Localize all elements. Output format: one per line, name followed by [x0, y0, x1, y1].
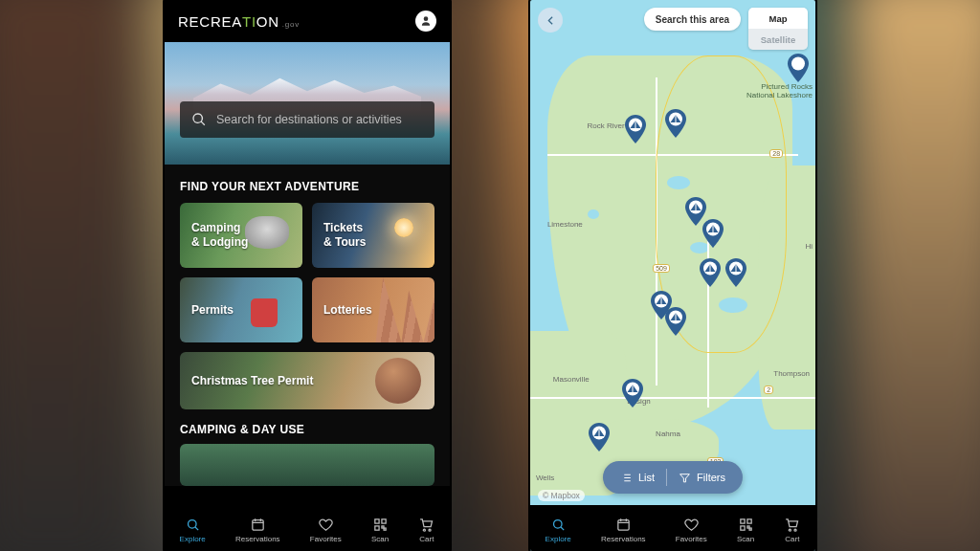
phone-map: Rock River Limestone Masonville Ensign N… — [530, 0, 815, 551]
account-button[interactable] — [415, 11, 436, 32]
card-label: Lotteries — [323, 303, 372, 318]
nav-explore[interactable]: Explore — [546, 517, 571, 543]
calendar-icon — [250, 517, 266, 533]
svg-rect-6 — [374, 519, 378, 523]
nav-label: Reservations — [235, 535, 280, 543]
svg-rect-30 — [749, 528, 751, 530]
chevron-left-icon — [545, 14, 557, 27]
cart-icon — [784, 517, 800, 533]
map-label: Rock River — [588, 121, 625, 130]
nav-explore[interactable]: Explore — [180, 517, 206, 543]
map-label: Nahma — [656, 430, 680, 438]
nav-label: Scan — [371, 535, 389, 543]
map-pin[interactable] — [624, 115, 647, 143]
svg-point-31 — [790, 529, 791, 531]
svg-point-32 — [794, 529, 796, 531]
map-pin[interactable] — [702, 219, 724, 248]
svg-point-0 — [188, 520, 196, 529]
card-christmas-tree[interactable]: Christmas Tree Permit — [180, 352, 434, 409]
svg-line-21 — [561, 527, 564, 530]
search-icon — [191, 112, 207, 127]
heart-icon — [318, 517, 334, 533]
map-type-satellite[interactable]: Satellite — [748, 29, 808, 50]
card-camping-lodging[interactable]: Camping & Lodging — [180, 203, 302, 268]
card-label: Christmas Tree Permit — [191, 374, 313, 388]
map-type-map[interactable]: Map — [748, 8, 808, 29]
map-label: Thompson — [773, 369, 810, 378]
filters-label: Filters — [697, 472, 725, 483]
nav-reservations[interactable]: Reservations — [601, 517, 646, 543]
qr-icon — [738, 517, 754, 533]
nav-label: Favorites — [676, 535, 707, 543]
nav-favorites[interactable]: Favorites — [676, 517, 707, 543]
map-pin[interactable] — [621, 379, 644, 408]
search-input[interactable] — [216, 113, 423, 126]
map-attribution: © Mapbox — [538, 490, 585, 501]
nav-favorites[interactable]: Favorites — [310, 517, 342, 543]
brand-part: ON — [256, 13, 279, 30]
route-badge: 28 — [769, 149, 783, 158]
nav-label: Cart — [419, 535, 434, 543]
map-pin[interactable] — [724, 258, 747, 287]
map-pin[interactable] — [664, 307, 687, 336]
card-label: Tickets & Tours — [323, 221, 366, 250]
svg-rect-22 — [618, 520, 629, 531]
search-icon — [550, 517, 567, 533]
filter-icon — [679, 472, 691, 484]
app-header: RECREATION.gov — [165, 0, 450, 42]
list-icon — [620, 472, 633, 484]
nav-cart[interactable]: Cart — [418, 517, 434, 543]
nav-scan[interactable]: Scan — [737, 517, 754, 543]
adventure-cards: Camping & Lodging Tickets & Tours Permit… — [180, 203, 434, 409]
nav-label: Explore — [546, 535, 571, 543]
list-label: List — [638, 472, 655, 483]
phone-explore: RECREATION.gov FIND YOUR NEXT ADVENTURE … — [165, 0, 450, 551]
svg-point-11 — [424, 529, 426, 531]
back-button[interactable] — [538, 8, 563, 33]
list-button[interactable]: List — [609, 461, 666, 494]
card-label: Camping & Lodging — [191, 221, 248, 250]
svg-rect-26 — [740, 519, 744, 523]
svg-line-1 — [195, 527, 198, 530]
heart-icon — [683, 517, 700, 533]
map-canvas[interactable]: Rock River Limestone Masonville Ensign N… — [530, 0, 815, 551]
nav-label: Scan — [737, 535, 754, 543]
svg-rect-27 — [746, 519, 750, 523]
svg-rect-2 — [253, 520, 263, 531]
svg-marker-19 — [680, 474, 690, 481]
bottom-nav: ExploreReservationsFavoritesScanCart — [530, 505, 815, 551]
svg-rect-10 — [384, 528, 386, 530]
card-permits[interactable]: Permits — [180, 277, 302, 342]
svg-rect-28 — [740, 526, 744, 530]
bottom-nav: ExploreReservationsFavoritesScanCart — [165, 505, 450, 551]
map-pin[interactable] — [787, 54, 810, 82]
nav-scan[interactable]: Scan — [371, 517, 389, 543]
user-icon — [419, 14, 433, 28]
map-pin[interactable] — [699, 258, 722, 287]
search-bar[interactable] — [180, 101, 434, 138]
calendar-icon — [615, 517, 632, 533]
card-lotteries[interactable]: Lotteries — [312, 277, 434, 342]
cart-icon — [418, 517, 434, 533]
svg-point-20 — [553, 520, 562, 529]
nav-label: Explore — [180, 535, 206, 543]
map-pin[interactable] — [664, 109, 687, 138]
nav-cart[interactable]: Cart — [784, 517, 800, 543]
brand-logo: RECREATION.gov — [178, 13, 300, 30]
map-type-toggle: Map Satellite — [748, 8, 808, 50]
map-pin[interactable] — [588, 423, 611, 452]
card-label: Permits — [191, 303, 234, 318]
nav-label: Cart — [785, 535, 799, 543]
map-label: Wells — [536, 474, 554, 482]
card-tickets-tours[interactable]: Tickets & Tours — [312, 203, 434, 268]
map-bottom-controls: List Filters — [603, 461, 743, 494]
brand-part: RECREA — [178, 13, 242, 30]
qr-icon — [372, 517, 389, 533]
filters-button[interactable]: Filters — [667, 461, 737, 494]
nav-reservations[interactable]: Reservations — [235, 517, 280, 543]
search-icon — [185, 517, 201, 533]
nav-label: Reservations — [601, 535, 646, 543]
dayuse-card[interactable] — [180, 444, 434, 486]
search-this-area-button[interactable]: Search this area — [644, 8, 741, 31]
route-badge: 509 — [653, 264, 670, 273]
